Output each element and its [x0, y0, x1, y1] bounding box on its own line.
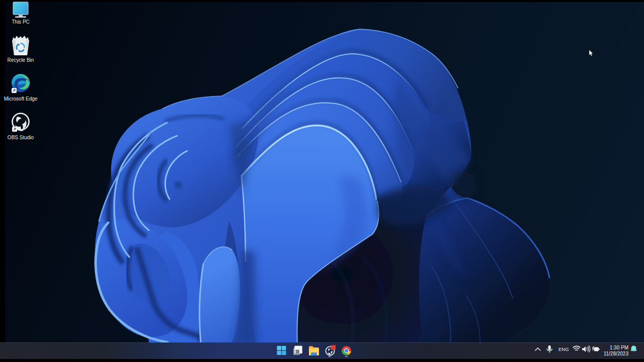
svg-text:ENG: ENG — [558, 346, 569, 352]
svg-text:11/28/2023: 11/28/2023 — [604, 351, 629, 356]
svg-text:1:30 PM: 1:30 PM — [610, 345, 628, 350]
